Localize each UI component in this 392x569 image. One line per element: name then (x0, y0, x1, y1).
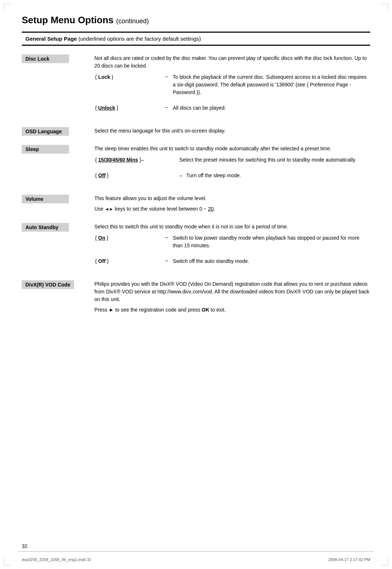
disc-lock-intro: Not all discs are rated or coded by the … (94, 54, 370, 70)
row-volume: Volume This feature allows you to adjust… (22, 195, 370, 223)
label-sleep: Sleep (22, 145, 69, 154)
label-cell-auto-standby: Auto Standby (22, 223, 94, 280)
auto-standby-key-on: { On } (95, 234, 160, 257)
sleep-key-off: { Off } (95, 172, 179, 187)
content-sleep: The sleep timer enables this unit to swi… (94, 145, 370, 195)
sleep-option-mins: { 15/30/45/60 Mins }– Select the preset … (95, 156, 369, 171)
auto-standby-desc-on: Switch to low power standby mode when pl… (173, 234, 369, 257)
volume-max: 20 (208, 206, 214, 212)
label-cell-osd: OSD Language (22, 127, 94, 145)
disc-lock-dash-unlock: – (161, 104, 172, 119)
disc-lock-key-unlock: { Unlock } (95, 104, 160, 119)
disc-lock-dash-lock: – (161, 73, 172, 103)
divx-detail: Press ► to see the registration code and… (94, 306, 370, 314)
corner-mark-tr (381, 4, 388, 11)
disc-lock-key-lock: { Lock } (95, 73, 160, 103)
page-title-main: Setup Menu Options (22, 15, 116, 25)
auto-standby-options: { On } – Switch to low power standby mod… (94, 233, 370, 273)
volume-detail: Use keys to set the volume level between… (94, 205, 370, 213)
osd-intro: Select the menu language for this unit's… (94, 127, 370, 135)
content-osd: Select the menu language for this unit's… (94, 127, 370, 145)
row-sleep: Sleep The sleep timer enables this unit … (22, 145, 370, 195)
content-disc-lock: Not all discs are rated or coded by the … (94, 54, 370, 127)
volume-intro: This feature allows you to adjust the vo… (94, 195, 370, 202)
page-title: Setup Menu Options (continued) (22, 15, 370, 26)
label-cell-disc-lock: Disc Lock (22, 54, 94, 127)
section-header: General Setup Page (underlined options a… (22, 32, 370, 46)
divx-intro: Philips provides you with the DivX® VOD … (94, 280, 370, 303)
auto-standby-option-off: { Off } – Switch off the auto standby mo… (95, 257, 369, 272)
footer: dvp3256_3258_3268_94_eng1.indd 32 2008-0… (0, 557, 392, 562)
row-divx-vod: DivX(R) VOD Code Philips provides you wi… (22, 280, 370, 324)
page: Setup Menu Options (continued) General S… (0, 0, 392, 569)
page-number: 32 (22, 543, 28, 549)
label-divx: DivX(R) VOD Code (22, 280, 74, 289)
disc-lock-option-lock: { Lock } – To block the playback of the … (95, 73, 369, 103)
label-cell-volume: Volume (22, 195, 94, 223)
section-header-bold: General Setup Page (25, 36, 77, 42)
content-volume: This feature allows you to adjust the vo… (94, 195, 370, 223)
row-auto-standby: Auto Standby Select this to switch this … (22, 223, 370, 280)
label-auto-standby: Auto Standby (22, 223, 69, 232)
disc-lock-desc-lock: To block the playback of the current dis… (173, 73, 369, 103)
page-title-continued: (continued) (116, 17, 149, 25)
disc-lock-options: { Lock } – To block the playback of the … (94, 73, 370, 120)
content-divx: Philips provides you with the DivX® VOD … (94, 280, 370, 324)
arrow-left-icon (105, 206, 109, 212)
sleep-option-off: { Off } – Turn off the sleep mode. (95, 172, 369, 187)
label-cell-sleep: Sleep (22, 145, 94, 195)
auto-standby-key-off: { Off } (95, 257, 160, 272)
auto-standby-option-on: { On } – Switch to low power standby mod… (95, 234, 369, 257)
auto-standby-dash-off: – (161, 257, 172, 272)
sleep-desc-off: – Turn off the sleep mode. (179, 172, 369, 187)
label-osd: OSD Language (22, 127, 69, 136)
arrow-right-icon (109, 206, 114, 212)
section-header-text: General Setup Page (underlined options a… (25, 36, 201, 42)
corner-mark-tl (4, 4, 11, 11)
sleep-options: { 15/30/45/60 Mins }– Select the preset … (94, 155, 370, 187)
auto-standby-desc-off: Switch off the auto standby mode. (173, 257, 369, 272)
label-volume: Volume (22, 195, 69, 203)
sleep-intro: The sleep timer enables this unit to swi… (94, 145, 370, 153)
auto-standby-dash-on: – (161, 234, 172, 257)
disc-lock-desc-unlock: All discs can be played. (173, 104, 369, 119)
sleep-desc-mins: Select the preset minutes for switching … (179, 156, 369, 171)
row-osd-language: OSD Language Select the menu language fo… (22, 127, 370, 145)
divx-ok: OK (202, 307, 209, 313)
footer-date: 2008-04-17 2:17:42 PM (328, 557, 370, 562)
content-auto-standby: Select this to switch this unit to stand… (94, 223, 370, 280)
section-header-note: (underlined options are the factory defa… (78, 36, 201, 42)
label-cell-divx: DivX(R) VOD Code (22, 280, 94, 324)
row-disc-lock: Disc Lock Not all discs are rated or cod… (22, 54, 370, 127)
sleep-key-mins: { 15/30/45/60 Mins }– (95, 156, 179, 171)
disc-lock-option-unlock: { Unlock } – All discs can be played. (95, 104, 369, 119)
footer-filename: dvp3256_3258_3268_94_eng1.indd 32 (22, 557, 91, 562)
content-table: Disc Lock Not all discs are rated or cod… (22, 54, 370, 324)
footer-line (18, 551, 374, 552)
label-disc-lock: Disc Lock (22, 54, 69, 63)
auto-standby-intro: Select this to switch this unit to stand… (94, 223, 370, 231)
